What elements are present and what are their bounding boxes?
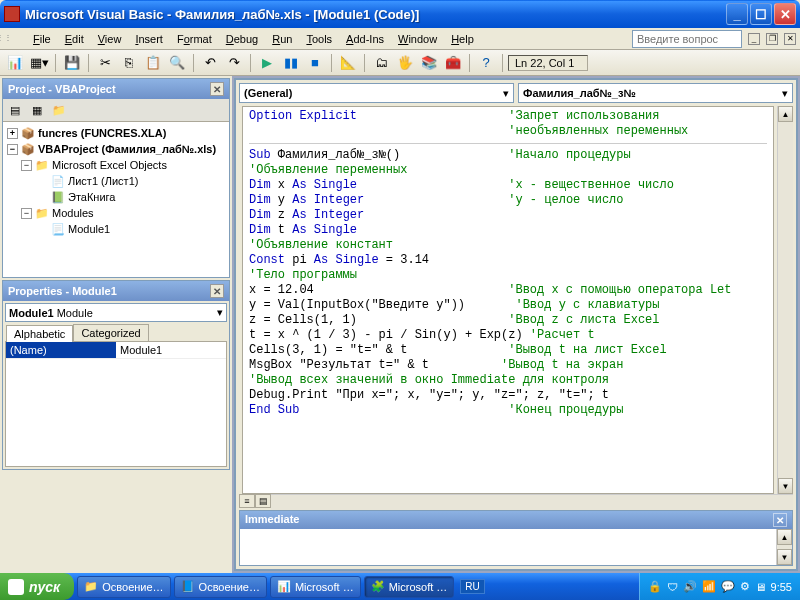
immediate-panel: Immediate ✕ ▲▼: [239, 510, 793, 566]
immediate-scrollbar[interactable]: ▲▼: [776, 529, 792, 565]
paste-button[interactable]: 📋: [142, 52, 164, 74]
properties-button[interactable]: 🖐: [394, 52, 416, 74]
immediate-title: Immediate: [245, 513, 299, 527]
menu-file[interactable]: File: [26, 31, 58, 47]
folder-icon: 📁: [84, 580, 98, 593]
tab-alphabetic[interactable]: Alphabetic: [6, 325, 73, 342]
taskbar-item-2[interactable]: 📘Освоение…: [174, 576, 267, 598]
toggle-folders-button[interactable]: 📁: [49, 101, 69, 119]
scroll-up-icon[interactable]: ▲: [778, 106, 793, 122]
standard-toolbar: 📊 ▦▾ 💾 ✂ ⎘ 📋 🔍 ↶ ↷ ▶ ▮▮ ■ 📐 🗂 🖐 📚 🧰 ? Ln…: [0, 50, 800, 76]
excel-icon[interactable]: 📊: [4, 52, 26, 74]
save-button[interactable]: 💾: [61, 52, 83, 74]
window-titlebar: Microsoft Visual Basic - Фамилия_лаб№.xl…: [0, 0, 800, 28]
break-button[interactable]: ▮▮: [280, 52, 302, 74]
help-question-input[interactable]: [632, 30, 742, 48]
dropdown-icon: ▾: [782, 87, 788, 100]
sheet-icon: 📄: [51, 174, 65, 188]
project-tree[interactable]: +📦funcres (FUNCRES.XLA) −📦VBAProject (Фа…: [3, 122, 229, 277]
immediate-close[interactable]: ✕: [773, 513, 787, 527]
scroll-down-icon[interactable]: ▼: [778, 478, 793, 494]
menu-view[interactable]: View: [91, 31, 129, 47]
procedure-dropdown[interactable]: Фамилия_лаб№_з№▾: [518, 83, 793, 103]
view-code-button[interactable]: ▤: [5, 101, 25, 119]
object-browser-button[interactable]: 📚: [418, 52, 440, 74]
tray-icon[interactable]: 📶: [702, 580, 716, 593]
menu-tools[interactable]: Tools: [299, 31, 339, 47]
object-dropdown[interactable]: (General)▾: [239, 83, 514, 103]
project-explorer-panel: Project - VBAProject ✕ ▤ ▦ 📁 +📦funcres (…: [2, 78, 230, 278]
code-horizontal-scrollbar[interactable]: [271, 494, 793, 510]
redo-button[interactable]: ↷: [223, 52, 245, 74]
tray-icon[interactable]: 🖥: [755, 581, 766, 593]
tray-icon[interactable]: 💬: [721, 580, 735, 593]
folder-icon: 📁: [35, 158, 49, 172]
app-icon: [4, 6, 20, 22]
tray-icon[interactable]: 🔒: [648, 580, 662, 593]
window-maximize-button[interactable]: ☐: [750, 3, 772, 25]
mdi-close[interactable]: ✕: [784, 33, 796, 45]
collapse-icon[interactable]: −: [21, 208, 32, 219]
taskbar-item-4[interactable]: 🧩Microsoft …: [364, 576, 455, 598]
toolbox-button[interactable]: 🧰: [442, 52, 464, 74]
menu-addins[interactable]: Add-Ins: [339, 31, 391, 47]
menu-insert[interactable]: Insert: [128, 31, 170, 47]
clock[interactable]: 9:55: [771, 581, 792, 593]
start-button[interactable]: ⊞ пуск: [0, 573, 74, 600]
mdi-minimize[interactable]: _: [748, 33, 760, 45]
run-button[interactable]: ▶: [256, 52, 278, 74]
full-view-button[interactable]: ▤: [255, 494, 271, 508]
collapse-icon[interactable]: −: [7, 144, 18, 155]
collapse-icon[interactable]: −: [21, 160, 32, 171]
help-button[interactable]: ?: [475, 52, 497, 74]
prop-name-key: (Name): [6, 342, 116, 358]
properties-object-select[interactable]: Module1 Module ▾: [5, 303, 227, 322]
procedure-view-button[interactable]: ≡: [239, 494, 255, 508]
insert-dropdown[interactable]: ▦▾: [28, 52, 50, 74]
system-tray: 🔒 🛡 🔊 📶 💬 ⚙ 🖥 9:55: [639, 573, 800, 600]
menu-help[interactable]: Help: [444, 31, 481, 47]
design-mode-button[interactable]: 📐: [337, 52, 359, 74]
menu-edit[interactable]: Edit: [58, 31, 91, 47]
tray-icon[interactable]: 🛡: [667, 581, 678, 593]
project-icon: 📦: [21, 142, 35, 156]
window-minimize-button[interactable]: _: [726, 3, 748, 25]
prop-name-value[interactable]: Module1: [116, 342, 226, 358]
menu-debug[interactable]: Debug: [219, 31, 265, 47]
windows-flag-icon: ⊞: [8, 579, 24, 595]
project-icon: 📦: [21, 126, 35, 140]
properties-grid[interactable]: (Name) Module1: [5, 341, 227, 467]
menu-run[interactable]: Run: [265, 31, 299, 47]
reset-button[interactable]: ■: [304, 52, 326, 74]
code-editor[interactable]: Option Explicit 'Запрет использования 'н…: [242, 106, 774, 494]
dropdown-icon: ▾: [503, 87, 509, 100]
undo-button[interactable]: ↶: [199, 52, 221, 74]
expand-icon[interactable]: +: [7, 128, 18, 139]
tray-icon[interactable]: ⚙: [740, 580, 750, 593]
project-explorer-button[interactable]: 🗂: [370, 52, 392, 74]
code-vertical-scrollbar[interactable]: ▲ ▼: [777, 106, 793, 494]
taskbar-item-1[interactable]: 📁Освоение…: [77, 576, 170, 598]
view-object-button[interactable]: ▦: [27, 101, 47, 119]
project-explorer-close[interactable]: ✕: [210, 82, 224, 96]
immediate-input[interactable]: [240, 529, 776, 565]
tray-icon[interactable]: 🔊: [683, 580, 697, 593]
language-indicator[interactable]: RU: [460, 579, 484, 594]
properties-panel: Properties - Module1 ✕ Module1 Module ▾ …: [2, 280, 230, 470]
folder-icon: 📁: [35, 206, 49, 220]
project-explorer-title: Project - VBAProject: [8, 83, 116, 95]
taskbar-item-3[interactable]: 📊Microsoft …: [270, 576, 361, 598]
tab-categorized[interactable]: Categorized: [73, 324, 148, 341]
cursor-position: Ln 22, Col 1: [508, 55, 588, 71]
mdi-restore[interactable]: ❐: [766, 33, 778, 45]
menu-window[interactable]: Window: [391, 31, 444, 47]
word-icon: 📘: [181, 580, 195, 593]
cut-button[interactable]: ✂: [94, 52, 116, 74]
properties-close[interactable]: ✕: [210, 284, 224, 298]
window-close-button[interactable]: ✕: [774, 3, 796, 25]
menu-format[interactable]: Format: [170, 31, 219, 47]
vb-icon: [4, 31, 20, 47]
copy-button[interactable]: ⎘: [118, 52, 140, 74]
menu-bar: File Edit View Insert Format Debug Run T…: [0, 28, 800, 50]
find-button[interactable]: 🔍: [166, 52, 188, 74]
